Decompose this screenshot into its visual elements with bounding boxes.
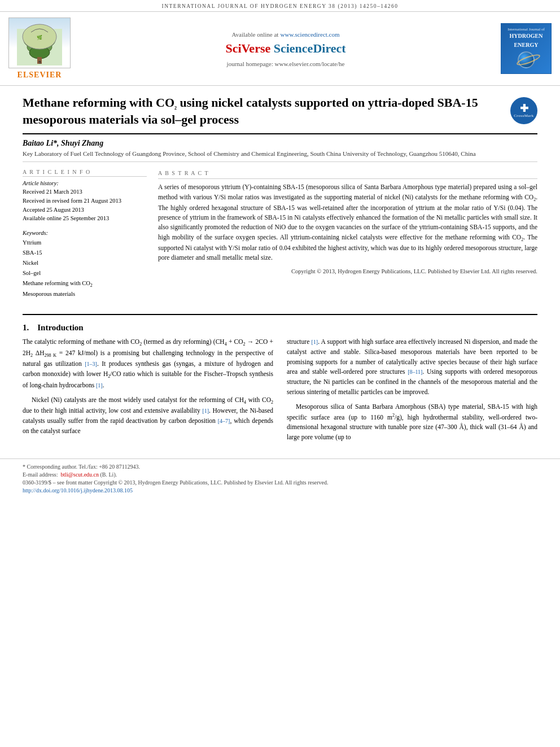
journal-homepage-text: journal homepage: www.elsevier.com/locat…	[227, 60, 345, 67]
copyright-text: Copyright © 2013, Hydrogen Energy Public…	[158, 267, 537, 276]
journal-header-bar: INTERNATIONAL JOURNAL OF HYDROGEN ENERGY…	[0, 0, 560, 12]
section-divider-thick	[23, 314, 537, 315]
journal-citation: INTERNATIONAL JOURNAL OF HYDROGEN ENERGY…	[162, 3, 399, 9]
introduction-two-col: The catalytic reforming of methane with …	[23, 337, 537, 447]
received-date: Received 21 March 2013	[23, 188, 147, 196]
ref-1[interactable]: [1]	[96, 382, 103, 388]
section-title-text: Introduction	[37, 323, 83, 332]
affiliation-text: Key Laboratory of Fuel Cell Technology o…	[23, 150, 537, 162]
accepted-date: Accepted 25 August 2013	[23, 206, 147, 215]
keyword-4: Sol–gel	[23, 268, 147, 278]
available-online-text: Available online at www.sciencedirect.co…	[231, 30, 339, 39]
elsevier-logo-area: ⚗ ELSEVIER	[6, 18, 73, 80]
intro-left-col: The catalytic reforming of methane with …	[23, 337, 273, 447]
svg-point-3	[29, 46, 50, 59]
author-email-link[interactable]: btli@scut.edu.cn	[60, 471, 99, 478]
elsevier-logo-image: ⚗	[8, 18, 71, 68]
crossmark-cross-icon: ✚	[520, 103, 528, 113]
keywords-list: Yttrium SBA-15 Nickel Sol–gel Methane re…	[23, 238, 147, 299]
ref-8-11[interactable]: [8–11]	[408, 369, 422, 375]
ref-1-3[interactable]: [1–3]	[85, 361, 97, 367]
hydrogen-energy-badge-area: International Journal of HYDROGEN ENERGY	[498, 18, 554, 80]
section-number: 1.	[23, 323, 29, 332]
sciencedirect-url: www.sciencedirect.com	[281, 31, 340, 38]
badge-planet-graphic	[518, 51, 535, 68]
intro-right-para1: structure [1]. A support with high surfa…	[287, 337, 537, 397]
abstract-column: A B S T R A C T A series of mesoporous y…	[158, 169, 537, 306]
svg-point-1	[24, 31, 55, 49]
introduction-section: 1. Introduction The catalytic reforming …	[23, 323, 537, 453]
corresponding-author-note: * Corresponding author. Tel./fax: +86 20…	[23, 464, 537, 470]
keyword-2: SBA-15	[23, 248, 147, 258]
badge-intl-text: International Journal of	[508, 27, 545, 32]
email-label: E-mail address:	[23, 471, 58, 478]
intro-right-para2: Mesoporous silica of Santa Barbara Amorp…	[287, 402, 537, 443]
section-title: 1. Introduction	[23, 323, 537, 333]
email-note: E-mail address: btli@scut.edu.cn (B. Li)…	[23, 471, 537, 478]
ref-4-7[interactable]: [4–7]	[218, 418, 230, 424]
article-info-label: A R T I C L E I N F O	[23, 169, 147, 177]
article-history-group: Article history: Received 21 March 2013 …	[23, 180, 147, 223]
main-content-area: Methane reforming with CO2 using nickel …	[0, 86, 560, 453]
authors-line: Baitao Li*, Shuyi Zhang	[23, 134, 537, 150]
received-revised-date: Received in revised form 21 August 2013	[23, 197, 147, 206]
abstract-text: A series of mesoporous yttrium (Y)-conta…	[158, 182, 537, 276]
article-title-section: Methane reforming with CO2 using nickel …	[23, 86, 537, 134]
ref-1b[interactable]: [1]	[202, 408, 209, 414]
keyword-1: Yttrium	[23, 238, 147, 248]
journal-header: ⚗ ELSEVIER Available online at www.scien…	[0, 12, 560, 86]
issn-note: 0360-3199/$ – see front matter Copyright…	[23, 479, 537, 486]
elsevier-text-label: ELSEVIER	[18, 71, 62, 80]
badge-title1: HYDROGEN	[510, 33, 543, 40]
available-online-label: Available online at	[231, 31, 278, 38]
sciverse-sciencedirect-logo: SciVerse ScienceDirect	[225, 41, 345, 56]
footer-area: * Corresponding author. Tel./fax: +86 20…	[0, 458, 560, 499]
keyword-6: Mesoporous materials	[23, 289, 147, 299]
keyword-5: Methane reforming with CO2	[23, 278, 147, 290]
keyword-3: Nickel	[23, 258, 147, 268]
badge-title2: ENERGY	[514, 42, 539, 49]
article-title: Methane reforming with CO2 using nickel …	[23, 95, 505, 128]
available-online-date: Available online 25 September 2013	[23, 215, 147, 223]
ref-1c[interactable]: [1]	[311, 339, 318, 345]
crossmark-badge: ✚ CrossMark	[510, 97, 537, 124]
intro-para1: The catalytic reforming of methane with …	[23, 337, 273, 391]
crossmark-text: CrossMark	[514, 113, 534, 118]
abstract-paragraph: A series of mesoporous yttrium (Y)-conta…	[158, 182, 537, 263]
abstract-label: A B S T R A C T	[158, 169, 537, 179]
doi-anchor[interactable]: http://dx.doi.org/10.1016/j.ijhydene.201…	[23, 487, 133, 493]
article-info-column: A R T I C L E I N F O Article history: R…	[23, 169, 147, 306]
intro-right-col: structure [1]. A support with high surfa…	[287, 337, 537, 447]
crossmark-inner: ✚ CrossMark	[510, 97, 537, 124]
elsevier-tree-svg: ⚗	[17, 29, 62, 65]
sciencedirect-area: Available online at www.sciencedirect.co…	[79, 18, 492, 80]
keywords-group: Keywords: Yttrium SBA-15 Nickel Sol–gel …	[23, 230, 147, 299]
article-info-abstract-area: A R T I C L E I N F O Article history: R…	[23, 162, 537, 306]
article-history-title: Article history:	[23, 180, 147, 186]
hydrogen-energy-badge: International Journal of HYDROGEN ENERGY	[501, 23, 552, 74]
svg-text:⚗: ⚗	[38, 60, 41, 65]
corresponding-label: * Corresponding author. Tel./fax: +86 20…	[23, 464, 140, 470]
keywords-title: Keywords:	[23, 230, 147, 236]
doi-link: http://dx.doi.org/10.1016/j.ijhydene.201…	[23, 487, 537, 493]
intro-para2: Nickel (Ni) catalysts are the most widel…	[23, 395, 273, 436]
email-suffix: (B. Li).	[100, 471, 117, 478]
